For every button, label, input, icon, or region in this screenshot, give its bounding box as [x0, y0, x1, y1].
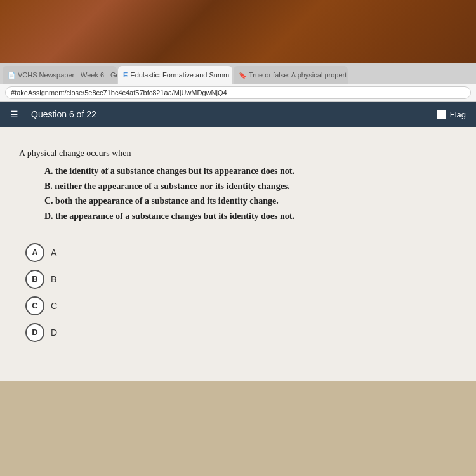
- answer-circle-d: D: [25, 323, 44, 342]
- answer-option-c[interactable]: C C: [25, 296, 457, 315]
- tab-label-edulastic: Edulastic: Formative and Summ: [130, 71, 229, 79]
- flag-checkbox[interactable]: [437, 110, 446, 119]
- choice-b-text: B. neither the appearance of a substance…: [19, 179, 457, 194]
- tab-vchs[interactable]: 📄 VCHS Newspaper - Week 6 - Goo ✕: [3, 66, 117, 84]
- answer-circle-b: B: [25, 270, 44, 289]
- browser-chrome: 📄 VCHS Newspaper - Week 6 - Goo ✕ E Edul…: [0, 63, 476, 127]
- question-stem: A physical change occurs when: [19, 146, 457, 161]
- desk-background: [0, 0, 476, 63]
- answer-label-d: D: [51, 327, 57, 338]
- answer-option-d[interactable]: D D: [25, 323, 457, 342]
- tab-icon-edulastic: E: [123, 71, 128, 79]
- flag-label: Flag: [450, 110, 466, 119]
- answer-option-b[interactable]: B B: [25, 270, 457, 289]
- main-content: A physical change occurs when A. the ide…: [0, 127, 476, 381]
- tab-icon-truefalse: 🔖: [239, 72, 246, 79]
- answer-label-c: C: [51, 301, 57, 311]
- quiz-toolbar: ☰ Question 6 of 22 Flag: [0, 102, 476, 127]
- answer-circle-c: C: [25, 296, 44, 315]
- tab-icon-vchs: 📄: [8, 72, 15, 79]
- question-counter: Question 6 of 22: [31, 109, 425, 119]
- question-text: A physical change occurs when A. the ide…: [19, 146, 457, 224]
- tab-truefalse[interactable]: 🔖 True or false: A physical propert ✕: [234, 66, 348, 84]
- answer-circle-a: A: [25, 243, 44, 262]
- menu-icon[interactable]: ☰: [10, 109, 18, 119]
- address-bar: [0, 84, 476, 102]
- choice-a-text: A. the identity of a substance changes b…: [19, 164, 457, 179]
- choice-d-text: D. the appearance of a substance changes…: [19, 209, 457, 224]
- answer-label-a: A: [51, 248, 56, 258]
- answer-label-b: B: [51, 274, 56, 284]
- tab-label-truefalse: True or false: A physical propert: [249, 71, 347, 79]
- tab-edulastic[interactable]: E Edulastic: Formative and Summ ✕: [118, 66, 232, 84]
- tab-label-vchs: VCHS Newspaper - Week 6 - Goo: [18, 71, 117, 79]
- answer-options: A A B B C C D D: [19, 243, 457, 342]
- address-input[interactable]: [5, 86, 471, 99]
- flag-container[interactable]: Flag: [437, 110, 466, 119]
- choice-c-text: C. both the appearance of a substance an…: [19, 194, 457, 209]
- answer-option-a[interactable]: A A: [25, 243, 457, 262]
- tab-bar: 📄 VCHS Newspaper - Week 6 - Goo ✕ E Edul…: [0, 63, 476, 84]
